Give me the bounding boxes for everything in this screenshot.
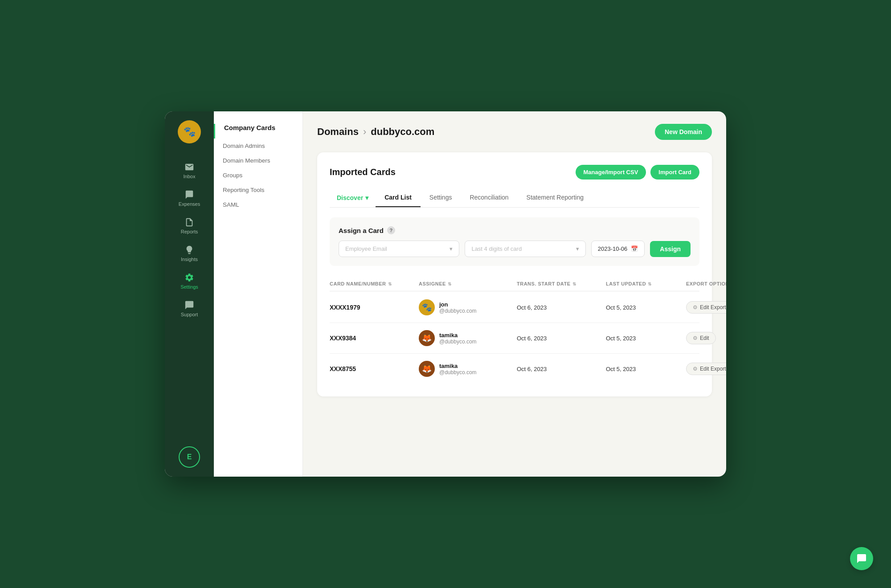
sidebar-item-expenses[interactable]: Expenses <box>165 184 214 212</box>
sidebar-item-reports-label: Reports <box>181 229 198 234</box>
employee-email-placeholder: Employee Email <box>345 245 387 252</box>
sidebar-item-settings-label: Settings <box>180 284 198 290</box>
sidebar-item-support[interactable]: Support <box>165 295 214 323</box>
assignee-cell: 🦊 tamika @dubbyco.com <box>419 330 517 346</box>
sidebar-item-inbox-label: Inbox <box>184 174 196 179</box>
assign-button[interactable]: Assign <box>650 241 691 257</box>
assign-row: Employee Email ▾ Last 4 digits of card ▾… <box>339 241 691 257</box>
chevron-down-icon: ▾ <box>365 194 368 201</box>
gear-icon: ⚙ <box>693 304 698 310</box>
tab-card-list[interactable]: Card List <box>376 189 421 207</box>
avatar: 🐾 <box>419 299 435 315</box>
breadcrumb-separator: › <box>363 126 366 138</box>
breadcrumb-parent[interactable]: Domains <box>317 126 359 138</box>
assignee-email: @dubbyco.com <box>439 308 477 314</box>
manage-import-csv-button[interactable]: Manage/Import CSV <box>576 165 646 180</box>
sidebar: 🐾 Inbox Expenses Reports Insights Settin… <box>165 111 214 477</box>
panel-actions: Manage/Import CSV Import Card <box>576 165 699 180</box>
nav-section-company-cards[interactable]: Company Cards <box>214 124 302 139</box>
gear-icon: ⚙ <box>693 366 698 372</box>
card-panel: Imported Cards Manage/Import CSV Import … <box>317 152 712 396</box>
page-header: Domains › dubbyco.com New Domain <box>317 124 712 140</box>
assignee-info: tamika @dubbyco.com <box>439 332 477 345</box>
export-col: ⚙ Edit <box>686 332 726 344</box>
assignee-info: tamika @dubbyco.com <box>439 363 477 376</box>
edit-exports-button[interactable]: ⚙ Edit Exports <box>686 301 726 314</box>
date-value: 2023-10-06 <box>598 245 628 252</box>
th-last-updated: LAST UPDATED ⇅ <box>606 281 686 286</box>
cards-table: CARD NAME/NUMBER ⇅ ASSIGNEE ⇅ TRANS. STA… <box>330 277 699 384</box>
sidebar-item-expenses-label: Expenses <box>179 201 200 207</box>
sort-icon[interactable]: ⇅ <box>388 282 392 286</box>
nav-item-domain-admins[interactable]: Domain Admins <box>214 139 302 153</box>
export-col: ⚙ Edit Exports <box>686 301 726 314</box>
sidebar-item-support-label: Support <box>181 312 198 317</box>
employee-email-select[interactable]: Employee Email ▾ <box>339 241 459 257</box>
avatar: 🦊 <box>419 330 435 346</box>
app-logo[interactable]: 🐾 <box>178 120 201 143</box>
table-row: XXXX1979 🐾 jon @dubbyco.com Oct 6, 2023 … <box>330 292 699 323</box>
nav-item-groups[interactable]: Groups <box>214 168 302 183</box>
avatar: 🦊 <box>419 361 435 377</box>
edit-exports-button[interactable]: ⚙ Edit <box>686 332 716 344</box>
help-icon[interactable]: ? <box>387 226 395 234</box>
assignee-name: tamika <box>439 332 477 339</box>
trans-start-date: Oct 6, 2023 <box>517 366 606 372</box>
gear-icon: ⚙ <box>693 335 698 341</box>
card-number: XXX8755 <box>330 365 419 372</box>
sort-icon[interactable]: ⇅ <box>448 282 452 286</box>
sidebar-item-reports[interactable]: Reports <box>165 212 214 240</box>
chat-bubble-button[interactable] <box>850 547 873 570</box>
tabs: Discover ▾ Card List Settings Reconcilia… <box>330 189 699 208</box>
th-trans-start: TRANS. START DATE ⇅ <box>517 281 606 286</box>
breadcrumb: Domains › dubbyco.com <box>317 126 434 138</box>
import-card-button[interactable]: Import Card <box>650 165 699 180</box>
sidebar-item-inbox[interactable]: Inbox <box>165 157 214 184</box>
assignee-cell: 🦊 tamika @dubbyco.com <box>419 361 517 377</box>
assignee-name: jon <box>439 301 477 308</box>
table-header: CARD NAME/NUMBER ⇅ ASSIGNEE ⇅ TRANS. STA… <box>330 277 699 291</box>
card-number: XXX9384 <box>330 335 419 342</box>
last4-placeholder: Last 4 digits of card <box>471 245 522 252</box>
assignee-email: @dubbyco.com <box>439 339 477 345</box>
last-updated-date: Oct 5, 2023 <box>606 304 686 311</box>
assign-card-title: Assign a Card ? <box>339 226 691 234</box>
tab-reconciliation[interactable]: Reconciliation <box>461 189 517 207</box>
sort-icon[interactable]: ⇅ <box>572 282 576 286</box>
user-avatar[interactable]: E <box>179 446 200 468</box>
tab-discover[interactable]: Discover ▾ <box>330 190 376 207</box>
new-domain-button[interactable]: New Domain <box>655 124 712 140</box>
th-export-options: EXPORT OPTIONS <box>686 281 726 286</box>
date-picker[interactable]: 2023-10-06 📅 <box>591 241 645 257</box>
nav-item-saml[interactable]: SAML <box>214 197 302 212</box>
calendar-icon: 📅 <box>631 245 638 252</box>
table-row: XXX9384 🦊 tamika @dubbyco.com Oct 6, 202… <box>330 323 699 354</box>
assignee-name: tamika <box>439 363 477 369</box>
tab-settings[interactable]: Settings <box>421 189 461 207</box>
last-updated-date: Oct 5, 2023 <box>606 366 686 372</box>
tab-statement-reporting[interactable]: Statement Reporting <box>518 189 593 207</box>
panel-title: Imported Cards <box>330 167 396 177</box>
last-updated-date: Oct 5, 2023 <box>606 335 686 342</box>
nav-item-domain-members[interactable]: Domain Members <box>214 153 302 168</box>
assignee-email: @dubbyco.com <box>439 369 477 376</box>
nav-panel: Company Cards Domain Admins Domain Membe… <box>214 111 303 477</box>
assignee-info: jon @dubbyco.com <box>439 301 477 314</box>
last4-digits-select[interactable]: Last 4 digits of card ▾ <box>465 241 585 257</box>
sort-icon[interactable]: ⇅ <box>648 282 652 286</box>
assign-card-section: Assign a Card ? Employee Email ▾ Last 4 … <box>330 217 699 266</box>
chevron-down-icon: ▾ <box>450 245 453 252</box>
table-row: XXX8755 🦊 tamika @dubbyco.com Oct 6, 202… <box>330 354 699 384</box>
th-card-name: CARD NAME/NUMBER ⇅ <box>330 281 419 286</box>
breadcrumb-child: dubbyco.com <box>371 126 434 138</box>
sidebar-item-insights[interactable]: Insights <box>165 240 214 267</box>
edit-exports-button[interactable]: ⚙ Edit Exports <box>686 363 726 375</box>
trans-start-date: Oct 6, 2023 <box>517 304 606 311</box>
card-number: XXXX1979 <box>330 304 419 311</box>
th-assignee: ASSIGNEE ⇅ <box>419 281 517 286</box>
sidebar-item-settings[interactable]: Settings <box>165 267 214 295</box>
nav-item-reporting-tools[interactable]: Reporting Tools <box>214 183 302 197</box>
trans-start-date: Oct 6, 2023 <box>517 335 606 342</box>
panel-header: Imported Cards Manage/Import CSV Import … <box>330 165 699 180</box>
assignee-cell: 🐾 jon @dubbyco.com <box>419 299 517 315</box>
